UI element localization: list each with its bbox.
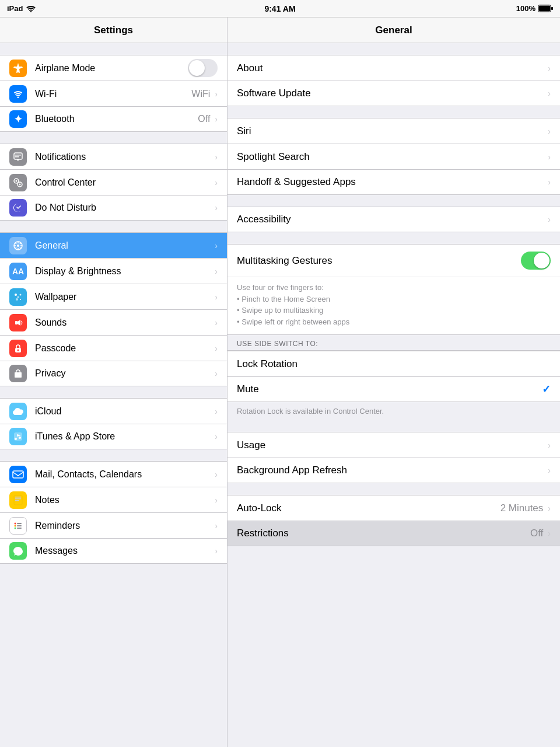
about-cell[interactable]: About › bbox=[228, 55, 560, 81]
svg-point-0 bbox=[30, 11, 32, 12]
icloud-label: iCloud bbox=[35, 406, 215, 417]
mute-cell[interactable]: Mute ✓ bbox=[228, 376, 560, 402]
messages-cell[interactable]: Messages › bbox=[0, 538, 227, 564]
icloud-chevron: › bbox=[215, 407, 218, 416]
sounds-cell[interactable]: Sounds › bbox=[0, 309, 227, 335]
spotlightsearch-cell[interactable]: Spotlight Search › bbox=[228, 144, 560, 169]
messages-icon bbox=[9, 542, 27, 560]
donotdisturb-icon bbox=[9, 199, 27, 217]
right-panel-header: General bbox=[228, 18, 560, 43]
messages-label: Messages bbox=[35, 546, 215, 556]
wifi-cell[interactable]: Wi-Fi WiFi › bbox=[0, 81, 227, 106]
backgroundapprefresh-cell[interactable]: Background App Refresh › bbox=[228, 458, 560, 483]
svg-point-25 bbox=[20, 294, 22, 295]
sounds-icon bbox=[9, 314, 27, 331]
autolock-chevron: › bbox=[548, 504, 551, 513]
sounds-chevron: › bbox=[215, 318, 218, 327]
notifications-chevron: › bbox=[215, 152, 218, 162]
status-time: 9:41 AM bbox=[264, 4, 295, 13]
svg-point-12 bbox=[19, 183, 21, 185]
controlcenter-chevron: › bbox=[215, 178, 218, 187]
softwareupdate-cell[interactable]: Software Update › bbox=[228, 81, 560, 106]
general-cell[interactable]: General › bbox=[0, 232, 227, 258]
restrictions-chevron: › bbox=[548, 529, 551, 538]
notes-cell[interactable]: Notes › bbox=[0, 487, 227, 512]
lockrotation-label: Lock Rotation bbox=[237, 358, 551, 370]
accessibility-chevron: › bbox=[548, 215, 551, 224]
bluetooth-label: Bluetooth bbox=[35, 114, 198, 124]
siri-cell[interactable]: Siri › bbox=[228, 118, 560, 144]
mute-label: Mute bbox=[237, 383, 542, 395]
airplane-toggle[interactable] bbox=[188, 59, 218, 77]
controlcenter-label: Control Center bbox=[35, 177, 215, 188]
reminders-icon bbox=[9, 517, 27, 535]
multitasking-row[interactable]: Multitasking Gestures bbox=[228, 245, 560, 277]
backgroundapprefresh-chevron: › bbox=[548, 466, 551, 475]
notifications-cell[interactable]: Notifications › bbox=[0, 144, 227, 169]
usage-cell[interactable]: Usage › bbox=[228, 432, 560, 458]
rotation-lock-info: Rotation Lock is available in Control Ce… bbox=[228, 402, 560, 420]
autolock-cell[interactable]: Auto-Lock 2 Minutes › bbox=[228, 495, 560, 521]
mail-cell[interactable]: Mail, Contacts, Calendars › bbox=[0, 461, 227, 487]
reminders-chevron: › bbox=[215, 521, 218, 530]
itunes-cell[interactable]: iTunes & App Store › bbox=[0, 424, 227, 449]
siri-chevron: › bbox=[548, 127, 551, 136]
usage-group: Usage › Background App Refresh › bbox=[228, 432, 560, 483]
displaybrightness-label: Display & Brightness bbox=[35, 266, 215, 277]
mute-checkmark: ✓ bbox=[542, 383, 551, 396]
svg-point-24 bbox=[18, 296, 19, 298]
accessibility-cell[interactable]: Accessibility › bbox=[228, 207, 560, 232]
bluetooth-icon: ✦ bbox=[9, 110, 27, 128]
handoff-chevron: › bbox=[548, 177, 551, 187]
restrictions-cell[interactable]: Restrictions Off › bbox=[228, 521, 560, 546]
status-right: 100% bbox=[516, 4, 553, 13]
icloud-cell[interactable]: iCloud › bbox=[0, 398, 227, 424]
handoff-cell[interactable]: Handoff & Suggested Apps › bbox=[228, 169, 560, 195]
controlcenter-cell[interactable]: Control Center › bbox=[0, 169, 227, 195]
svg-rect-6 bbox=[15, 155, 21, 156]
airplane-icon bbox=[9, 60, 27, 77]
airplane-label: Airplane Mode bbox=[35, 63, 188, 74]
svg-point-39 bbox=[15, 522, 16, 524]
siri-label: Siri bbox=[237, 125, 548, 137]
about-label: About bbox=[237, 62, 548, 74]
donotdisturb-cell[interactable]: Do Not Disturb › bbox=[0, 195, 227, 221]
notes-label: Notes bbox=[35, 495, 215, 505]
privacy-chevron: › bbox=[215, 369, 218, 378]
about-chevron: › bbox=[548, 64, 551, 73]
airplane-mode-cell[interactable]: Airplane Mode bbox=[0, 55, 227, 81]
displaybrightness-cell[interactable]: AA Display & Brightness › bbox=[0, 258, 227, 284]
wallpaper-cell[interactable]: Wallpaper › bbox=[0, 284, 227, 309]
svg-rect-7 bbox=[15, 156, 19, 158]
softwareupdate-label: Software Update bbox=[237, 88, 548, 99]
svg-point-33 bbox=[19, 437, 21, 439]
svg-point-41 bbox=[15, 527, 16, 529]
mail-label: Mail, Contacts, Calendars bbox=[35, 469, 215, 480]
itunes-icon bbox=[9, 428, 27, 445]
donotdisturb-chevron: › bbox=[215, 203, 218, 212]
svg-rect-34 bbox=[13, 471, 23, 478]
svg-line-21 bbox=[20, 242, 21, 243]
bluetooth-cell[interactable]: ✦ Bluetooth Off › bbox=[0, 106, 227, 132]
notifications-label: Notifications bbox=[35, 152, 215, 162]
handoff-label: Handoff & Suggested Apps bbox=[237, 176, 548, 188]
svg-point-11 bbox=[16, 180, 18, 181]
usage-chevron: › bbox=[548, 441, 551, 450]
svg-rect-44 bbox=[17, 528, 22, 529]
multitasking-block: Multitasking Gestures Use four or five f… bbox=[228, 244, 560, 335]
privacy-cell[interactable]: Privacy › bbox=[0, 361, 227, 386]
svg-point-26 bbox=[16, 298, 18, 301]
notification-group: Notifications › Control Center › bbox=[0, 144, 227, 221]
multitasking-toggle[interactable] bbox=[521, 252, 551, 270]
sounds-label: Sounds bbox=[35, 317, 215, 328]
ipad-label: iPad bbox=[7, 4, 23, 13]
usage-label: Usage bbox=[237, 439, 548, 451]
passcode-cell[interactable]: Passcode › bbox=[0, 335, 227, 361]
displaybrightness-chevron: › bbox=[215, 267, 218, 276]
backgroundapprefresh-label: Background App Refresh bbox=[237, 465, 548, 476]
general-label: General bbox=[35, 240, 215, 251]
itunes-label: iTunes & App Store bbox=[35, 431, 215, 442]
bluetooth-value: Off bbox=[198, 114, 210, 124]
reminders-cell[interactable]: Reminders › bbox=[0, 512, 227, 538]
lockrotation-cell[interactable]: Lock Rotation bbox=[228, 351, 560, 376]
